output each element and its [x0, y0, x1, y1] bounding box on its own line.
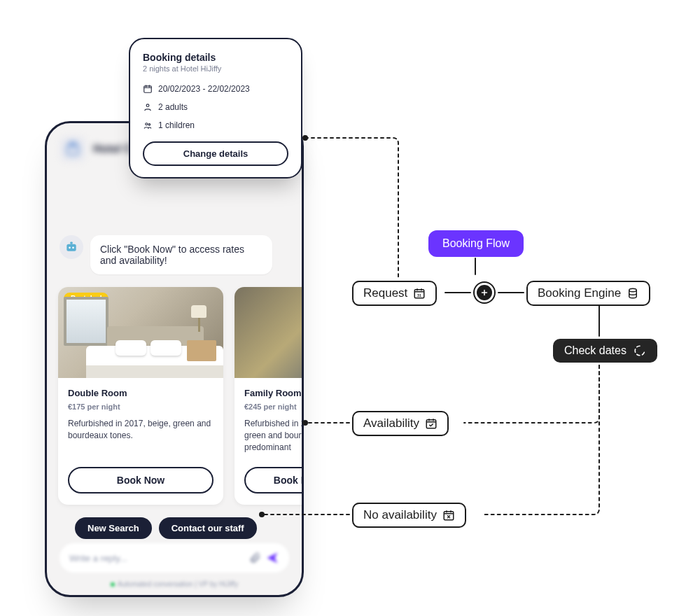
- svg-rect-5: [70, 242, 72, 244]
- booking-details-card: Booking details 2 nights at Hotel HiJiff…: [129, 38, 302, 178]
- svg-rect-2: [66, 244, 76, 251]
- svg-point-4: [72, 247, 74, 249]
- book-now-button[interactable]: Book Now: [244, 467, 304, 493]
- node-no-availability: No availability: [352, 503, 466, 528]
- details-subtitle: 2 nights at Hotel HiJiffy: [143, 64, 288, 73]
- svg-point-8: [146, 123, 148, 125]
- svg-rect-6: [144, 86, 152, 92]
- database-icon: [626, 287, 639, 300]
- svg-point-15: [302, 135, 308, 141]
- room-price: €245 per night: [244, 402, 304, 411]
- svg-rect-13: [426, 420, 436, 428]
- calendar-check-icon: [425, 417, 438, 430]
- book-now-button[interactable]: Book Now: [68, 467, 214, 493]
- flow-title: Booking Flow: [428, 230, 524, 257]
- reply-input[interactable]: Write a reply...: [59, 543, 289, 573]
- flow-hub: [475, 283, 494, 302]
- bot-message-row: Click "Book Now" to access rates and ava…: [59, 235, 289, 274]
- logo-icon: [64, 141, 81, 158]
- phone-footer: Automated conversation | VP by HiJiffy: [47, 580, 302, 588]
- node-request: Request 31: [352, 281, 437, 306]
- room-card-double[interactable]: Best deal Double Room €175 per night Ref…: [58, 287, 223, 505]
- node-check-dates: Check dates: [553, 339, 657, 363]
- room-description: Refurbished in 2017, beige, green and bo…: [68, 418, 214, 453]
- room-image: Best deal: [58, 287, 223, 378]
- quick-actions: New Search Contact our staff: [75, 517, 289, 539]
- svg-rect-14: [444, 512, 454, 520]
- phone-mockup: Hotel C Click "Book Now" to access rates…: [45, 121, 304, 597]
- app-logo: [59, 136, 86, 162]
- plus-icon: [480, 288, 489, 297]
- room-description: Refurbished in 2017, beige, green and bo…: [244, 418, 304, 453]
- svg-point-7: [146, 104, 149, 107]
- svg-point-3: [69, 247, 71, 249]
- new-search-button[interactable]: New Search: [75, 517, 152, 539]
- svg-text:31: 31: [417, 293, 421, 298]
- bot-message: Click "Book Now" to access rates and ava…: [90, 235, 272, 274]
- room-card-family[interactable]: Family Room €245 per night Refurbished i…: [234, 287, 304, 505]
- details-title: Booking details: [143, 52, 288, 63]
- phone-title: Hotel C: [93, 143, 132, 155]
- contact-staff-button[interactable]: Contact our staff: [159, 517, 257, 539]
- person-icon: [143, 102, 153, 112]
- room-price: €175 per night: [68, 402, 214, 411]
- people-icon: [143, 120, 153, 130]
- calendar-x-icon: [442, 509, 455, 522]
- bot-avatar: [59, 235, 83, 259]
- send-icon[interactable]: [265, 551, 279, 565]
- calendar-request-icon: 31: [413, 287, 426, 300]
- attachment-icon[interactable]: [248, 552, 261, 564]
- node-availability: Availability: [352, 411, 449, 436]
- room-name: Double Room: [68, 388, 214, 398]
- change-details-button[interactable]: Change details: [143, 141, 288, 166]
- detail-dates: 20/02/2023 - 22/02/2023: [143, 84, 288, 94]
- room-name: Family Room: [244, 388, 304, 398]
- room-image: [234, 287, 304, 378]
- svg-point-9: [148, 124, 150, 126]
- svg-point-12: [629, 288, 637, 292]
- loading-icon: [634, 344, 646, 357]
- detail-adults: 2 adults: [143, 102, 288, 112]
- bot-icon: [64, 240, 78, 254]
- node-booking-engine: Booking Engine: [526, 281, 650, 306]
- calendar-icon: [143, 84, 153, 94]
- detail-children: 1 children: [143, 120, 288, 130]
- reply-placeholder: Write a reply...: [69, 553, 248, 564]
- room-carousel[interactable]: Best deal Double Room €175 per night Ref…: [58, 287, 304, 505]
